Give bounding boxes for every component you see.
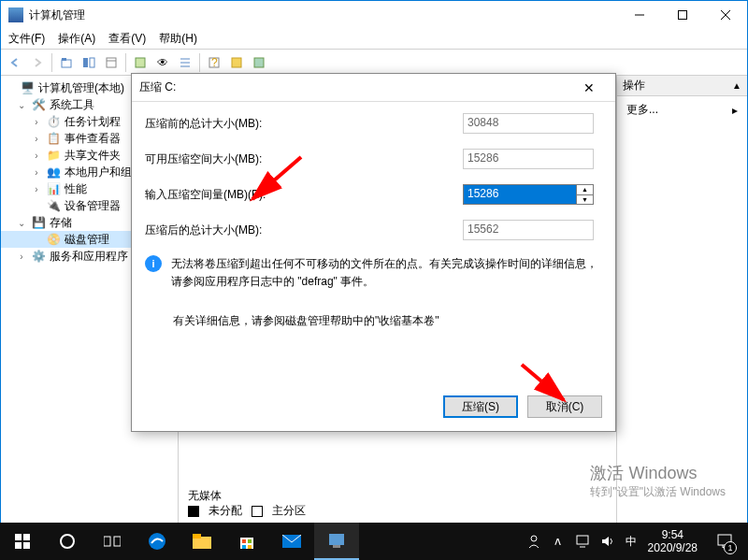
- svg-rect-1: [679, 11, 687, 20]
- cortana-button[interactable]: [45, 523, 90, 560]
- menu-help[interactable]: 帮助(H): [159, 31, 197, 47]
- dialog-titlebar[interactable]: 压缩 C: ✕: [132, 74, 615, 102]
- titlebar[interactable]: 计算机管理: [1, 1, 747, 29]
- volume-icon[interactable]: [599, 534, 614, 549]
- ime-indicator[interactable]: 中: [624, 534, 639, 549]
- menu-file[interactable]: 文件(F): [8, 31, 45, 47]
- collapse-icon[interactable]: ▲: [732, 80, 741, 91]
- list-button[interactable]: [175, 52, 195, 73]
- actions-more[interactable]: 更多... ▸: [617, 96, 747, 123]
- after-size-label: 压缩后的总计大小(MB):: [145, 223, 463, 238]
- legend-unallocated-swatch: [188, 506, 199, 517]
- settings-icon[interactable]: [226, 52, 247, 73]
- people-icon[interactable]: [526, 534, 541, 549]
- network-icon[interactable]: [575, 534, 590, 549]
- cancel-button[interactable]: 取消(C): [527, 395, 602, 418]
- svg-rect-37: [333, 545, 340, 548]
- shrink-button[interactable]: 压缩(S): [443, 395, 518, 418]
- svg-rect-20: [15, 534, 22, 540]
- actions-pane: 操作 ▲ 更多... ▸: [616, 76, 747, 523]
- svg-rect-26: [114, 537, 121, 546]
- svg-rect-36: [329, 534, 344, 545]
- input-size-label: 输入压缩空间量(MB)(E):: [145, 187, 463, 203]
- forward-button[interactable]: [27, 52, 48, 73]
- before-size-value: 30848: [463, 113, 594, 134]
- avail-size-value: 15286: [463, 149, 594, 169]
- help-link-text: 有关详细信息，请参阅磁盘管理帮助中的"收缩基本卷": [173, 313, 602, 329]
- activation-watermark: 激活 Windows 转到"设置"以激活 Windows: [590, 462, 726, 500]
- svg-rect-39: [577, 536, 588, 544]
- view-icon[interactable]: 👁: [152, 52, 173, 73]
- svg-point-38: [531, 536, 537, 541]
- up-button[interactable]: [56, 52, 77, 73]
- help-button[interactable]: ?: [204, 52, 224, 73]
- minimize-button[interactable]: [618, 1, 661, 29]
- svg-rect-33: [242, 545, 246, 549]
- after-size-value: 15562: [463, 220, 594, 240]
- edge-icon[interactable]: [135, 523, 180, 560]
- menu-view[interactable]: 查看(V): [108, 31, 146, 47]
- properties-button[interactable]: [101, 52, 122, 73]
- svg-point-27: [149, 533, 165, 550]
- svg-rect-17: [254, 58, 264, 67]
- spinner-buttons[interactable]: ▲ ▼: [577, 184, 594, 205]
- svg-rect-29: [193, 534, 201, 538]
- svg-rect-25: [104, 537, 110, 546]
- shrink-dialog: 压缩 C: ✕ 压缩前的总计大小(MB): 30848 可用压缩空间大小(MB)…: [131, 73, 616, 432]
- legend: 未分配 主分区: [188, 503, 306, 519]
- task-view-button[interactable]: [90, 523, 135, 560]
- svg-rect-5: [62, 58, 66, 61]
- svg-rect-23: [23, 542, 30, 549]
- chevron-right-icon: ▸: [732, 104, 738, 117]
- mail-icon[interactable]: [269, 523, 314, 560]
- legend-primary-swatch: [252, 506, 263, 517]
- svg-rect-34: [248, 545, 252, 549]
- svg-rect-16: [232, 58, 241, 67]
- notification-badge: 1: [724, 541, 737, 554]
- clock[interactable]: 9:54 2020/9/28: [648, 528, 698, 555]
- info-text: 无法将卷压缩到超出任何不可移动的文件所在的点。有关完成该操作时间的详细信息，请参…: [171, 255, 602, 291]
- svg-rect-4: [62, 60, 71, 67]
- info-icon: i: [145, 255, 162, 272]
- toolbar: 👁 ?: [1, 50, 747, 76]
- shrink-amount-input[interactable]: 15286: [463, 184, 577, 205]
- back-button[interactable]: [5, 52, 25, 73]
- refresh-button[interactable]: [130, 52, 151, 73]
- svg-rect-6: [83, 58, 88, 67]
- taskbar[interactable]: ʌ 中 9:54 2020/9/28 1: [0, 523, 748, 560]
- before-size-label: 压缩前的总计大小(MB):: [145, 116, 463, 132]
- svg-rect-7: [90, 58, 94, 67]
- compmgmt-taskbar-icon[interactable]: [314, 523, 359, 560]
- svg-rect-10: [136, 58, 145, 67]
- svg-rect-8: [107, 58, 116, 67]
- svg-rect-32: [248, 539, 252, 543]
- action-center-icon[interactable]: 1: [707, 523, 742, 560]
- dialog-close-button[interactable]: ✕: [570, 75, 608, 101]
- show-hide-button[interactable]: [79, 52, 99, 73]
- svg-point-24: [61, 535, 74, 548]
- no-media-label: 无媒体: [188, 488, 222, 504]
- dialog-title: 压缩 C:: [139, 79, 570, 95]
- explorer-icon[interactable]: [180, 523, 224, 560]
- spin-up-icon[interactable]: ▲: [577, 185, 593, 195]
- maximize-button[interactable]: [661, 1, 704, 29]
- svg-rect-21: [23, 534, 30, 540]
- svg-text:?: ?: [211, 56, 218, 69]
- tray-chevron-icon[interactable]: ʌ: [551, 534, 566, 549]
- menu-action[interactable]: 操作(A): [58, 31, 95, 47]
- svg-rect-31: [242, 539, 246, 543]
- app-icon: [8, 7, 23, 22]
- window-title: 计算机管理: [29, 7, 618, 23]
- system-tray[interactable]: ʌ 中 9:54 2020/9/28 1: [526, 523, 748, 560]
- close-button[interactable]: [704, 1, 747, 29]
- action-icon[interactable]: [249, 52, 269, 73]
- store-icon[interactable]: [224, 523, 269, 560]
- legend-unallocated: 未分配: [209, 503, 242, 519]
- legend-primary: 主分区: [272, 503, 306, 519]
- menubar: 文件(F) 操作(A) 查看(V) 帮助(H): [1, 29, 747, 50]
- actions-header[interactable]: 操作 ▲: [617, 76, 747, 96]
- svg-rect-22: [15, 542, 22, 549]
- avail-size-label: 可用压缩空间大小(MB):: [145, 151, 463, 167]
- spin-down-icon[interactable]: ▼: [577, 195, 593, 205]
- start-button[interactable]: [0, 523, 45, 560]
